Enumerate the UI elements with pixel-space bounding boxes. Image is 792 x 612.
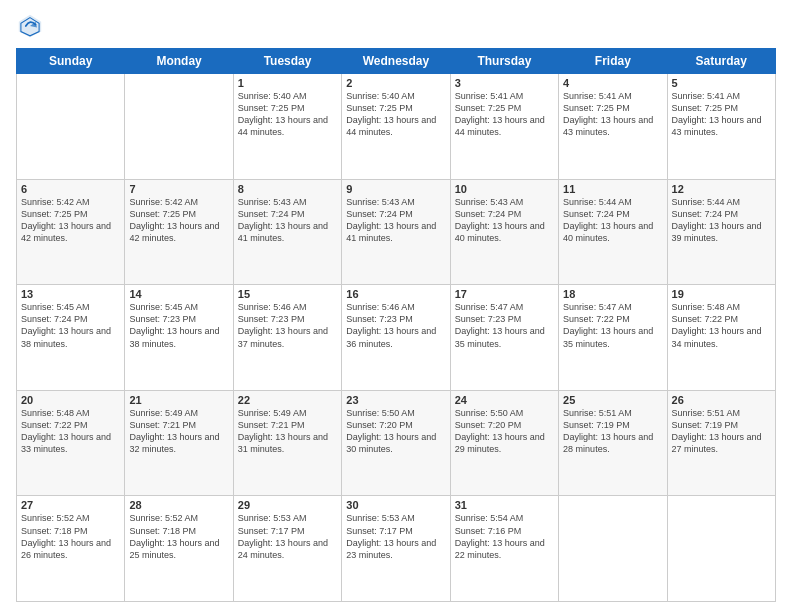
day-number: 26 [672, 394, 771, 406]
calendar-cell: 1Sunrise: 5:40 AM Sunset: 7:25 PM Daylig… [233, 74, 341, 180]
day-number: 13 [21, 288, 120, 300]
day-info: Sunrise: 5:43 AM Sunset: 7:24 PM Dayligh… [346, 196, 445, 245]
calendar-cell [125, 74, 233, 180]
calendar-cell: 28Sunrise: 5:52 AM Sunset: 7:18 PM Dayli… [125, 496, 233, 602]
calendar-table: SundayMondayTuesdayWednesdayThursdayFrid… [16, 48, 776, 602]
day-info: Sunrise: 5:49 AM Sunset: 7:21 PM Dayligh… [129, 407, 228, 456]
calendar-cell: 29Sunrise: 5:53 AM Sunset: 7:17 PM Dayli… [233, 496, 341, 602]
calendar-cell: 23Sunrise: 5:50 AM Sunset: 7:20 PM Dayli… [342, 390, 450, 496]
calendar-week-4: 20Sunrise: 5:48 AM Sunset: 7:22 PM Dayli… [17, 390, 776, 496]
calendar-cell: 24Sunrise: 5:50 AM Sunset: 7:20 PM Dayli… [450, 390, 558, 496]
day-info: Sunrise: 5:43 AM Sunset: 7:24 PM Dayligh… [455, 196, 554, 245]
calendar-cell: 27Sunrise: 5:52 AM Sunset: 7:18 PM Dayli… [17, 496, 125, 602]
header [16, 12, 776, 40]
day-info: Sunrise: 5:52 AM Sunset: 7:18 PM Dayligh… [129, 512, 228, 561]
day-info: Sunrise: 5:47 AM Sunset: 7:23 PM Dayligh… [455, 301, 554, 350]
day-info: Sunrise: 5:41 AM Sunset: 7:25 PM Dayligh… [672, 90, 771, 139]
day-info: Sunrise: 5:41 AM Sunset: 7:25 PM Dayligh… [455, 90, 554, 139]
day-number: 16 [346, 288, 445, 300]
calendar-cell: 3Sunrise: 5:41 AM Sunset: 7:25 PM Daylig… [450, 74, 558, 180]
calendar-cell: 31Sunrise: 5:54 AM Sunset: 7:16 PM Dayli… [450, 496, 558, 602]
day-number: 8 [238, 183, 337, 195]
calendar-cell: 15Sunrise: 5:46 AM Sunset: 7:23 PM Dayli… [233, 285, 341, 391]
day-number: 21 [129, 394, 228, 406]
day-number: 1 [238, 77, 337, 89]
calendar-cell: 17Sunrise: 5:47 AM Sunset: 7:23 PM Dayli… [450, 285, 558, 391]
day-info: Sunrise: 5:45 AM Sunset: 7:24 PM Dayligh… [21, 301, 120, 350]
day-info: Sunrise: 5:42 AM Sunset: 7:25 PM Dayligh… [21, 196, 120, 245]
day-number: 4 [563, 77, 662, 89]
weekday-header-tuesday: Tuesday [233, 49, 341, 74]
day-info: Sunrise: 5:46 AM Sunset: 7:23 PM Dayligh… [238, 301, 337, 350]
day-info: Sunrise: 5:42 AM Sunset: 7:25 PM Dayligh… [129, 196, 228, 245]
day-number: 20 [21, 394, 120, 406]
calendar-cell [17, 74, 125, 180]
day-info: Sunrise: 5:41 AM Sunset: 7:25 PM Dayligh… [563, 90, 662, 139]
day-number: 24 [455, 394, 554, 406]
calendar-cell: 25Sunrise: 5:51 AM Sunset: 7:19 PM Dayli… [559, 390, 667, 496]
day-number: 7 [129, 183, 228, 195]
day-number: 2 [346, 77, 445, 89]
calendar-cell: 10Sunrise: 5:43 AM Sunset: 7:24 PM Dayli… [450, 179, 558, 285]
day-info: Sunrise: 5:51 AM Sunset: 7:19 PM Dayligh… [563, 407, 662, 456]
calendar-cell [667, 496, 775, 602]
day-number: 27 [21, 499, 120, 511]
day-info: Sunrise: 5:43 AM Sunset: 7:24 PM Dayligh… [238, 196, 337, 245]
page: SundayMondayTuesdayWednesdayThursdayFrid… [0, 0, 792, 612]
day-info: Sunrise: 5:45 AM Sunset: 7:23 PM Dayligh… [129, 301, 228, 350]
day-number: 22 [238, 394, 337, 406]
day-info: Sunrise: 5:53 AM Sunset: 7:17 PM Dayligh… [238, 512, 337, 561]
day-number: 31 [455, 499, 554, 511]
calendar-cell: 5Sunrise: 5:41 AM Sunset: 7:25 PM Daylig… [667, 74, 775, 180]
calendar-cell [559, 496, 667, 602]
day-info: Sunrise: 5:40 AM Sunset: 7:25 PM Dayligh… [346, 90, 445, 139]
day-number: 11 [563, 183, 662, 195]
calendar-cell: 18Sunrise: 5:47 AM Sunset: 7:22 PM Dayli… [559, 285, 667, 391]
day-number: 6 [21, 183, 120, 195]
calendar-cell: 9Sunrise: 5:43 AM Sunset: 7:24 PM Daylig… [342, 179, 450, 285]
calendar-cell: 14Sunrise: 5:45 AM Sunset: 7:23 PM Dayli… [125, 285, 233, 391]
calendar-cell: 13Sunrise: 5:45 AM Sunset: 7:24 PM Dayli… [17, 285, 125, 391]
weekday-header-saturday: Saturday [667, 49, 775, 74]
day-number: 25 [563, 394, 662, 406]
calendar-week-5: 27Sunrise: 5:52 AM Sunset: 7:18 PM Dayli… [17, 496, 776, 602]
day-info: Sunrise: 5:48 AM Sunset: 7:22 PM Dayligh… [21, 407, 120, 456]
day-info: Sunrise: 5:53 AM Sunset: 7:17 PM Dayligh… [346, 512, 445, 561]
day-number: 14 [129, 288, 228, 300]
day-number: 12 [672, 183, 771, 195]
calendar-week-3: 13Sunrise: 5:45 AM Sunset: 7:24 PM Dayli… [17, 285, 776, 391]
day-info: Sunrise: 5:54 AM Sunset: 7:16 PM Dayligh… [455, 512, 554, 561]
day-number: 5 [672, 77, 771, 89]
day-number: 19 [672, 288, 771, 300]
calendar-cell: 26Sunrise: 5:51 AM Sunset: 7:19 PM Dayli… [667, 390, 775, 496]
calendar-week-2: 6Sunrise: 5:42 AM Sunset: 7:25 PM Daylig… [17, 179, 776, 285]
calendar-cell: 30Sunrise: 5:53 AM Sunset: 7:17 PM Dayli… [342, 496, 450, 602]
weekday-header-row: SundayMondayTuesdayWednesdayThursdayFrid… [17, 49, 776, 74]
day-number: 3 [455, 77, 554, 89]
day-info: Sunrise: 5:50 AM Sunset: 7:20 PM Dayligh… [455, 407, 554, 456]
day-number: 30 [346, 499, 445, 511]
day-info: Sunrise: 5:49 AM Sunset: 7:21 PM Dayligh… [238, 407, 337, 456]
logo-icon [16, 12, 44, 40]
day-number: 28 [129, 499, 228, 511]
day-number: 17 [455, 288, 554, 300]
day-info: Sunrise: 5:47 AM Sunset: 7:22 PM Dayligh… [563, 301, 662, 350]
day-info: Sunrise: 5:50 AM Sunset: 7:20 PM Dayligh… [346, 407, 445, 456]
calendar-cell: 16Sunrise: 5:46 AM Sunset: 7:23 PM Dayli… [342, 285, 450, 391]
weekday-header-sunday: Sunday [17, 49, 125, 74]
day-number: 18 [563, 288, 662, 300]
calendar-week-1: 1Sunrise: 5:40 AM Sunset: 7:25 PM Daylig… [17, 74, 776, 180]
day-info: Sunrise: 5:40 AM Sunset: 7:25 PM Dayligh… [238, 90, 337, 139]
day-info: Sunrise: 5:51 AM Sunset: 7:19 PM Dayligh… [672, 407, 771, 456]
day-info: Sunrise: 5:46 AM Sunset: 7:23 PM Dayligh… [346, 301, 445, 350]
day-info: Sunrise: 5:44 AM Sunset: 7:24 PM Dayligh… [672, 196, 771, 245]
calendar-cell: 22Sunrise: 5:49 AM Sunset: 7:21 PM Dayli… [233, 390, 341, 496]
calendar-cell: 20Sunrise: 5:48 AM Sunset: 7:22 PM Dayli… [17, 390, 125, 496]
calendar-cell: 6Sunrise: 5:42 AM Sunset: 7:25 PM Daylig… [17, 179, 125, 285]
day-info: Sunrise: 5:48 AM Sunset: 7:22 PM Dayligh… [672, 301, 771, 350]
day-number: 10 [455, 183, 554, 195]
day-number: 15 [238, 288, 337, 300]
calendar-cell: 21Sunrise: 5:49 AM Sunset: 7:21 PM Dayli… [125, 390, 233, 496]
calendar-cell: 2Sunrise: 5:40 AM Sunset: 7:25 PM Daylig… [342, 74, 450, 180]
weekday-header-monday: Monday [125, 49, 233, 74]
